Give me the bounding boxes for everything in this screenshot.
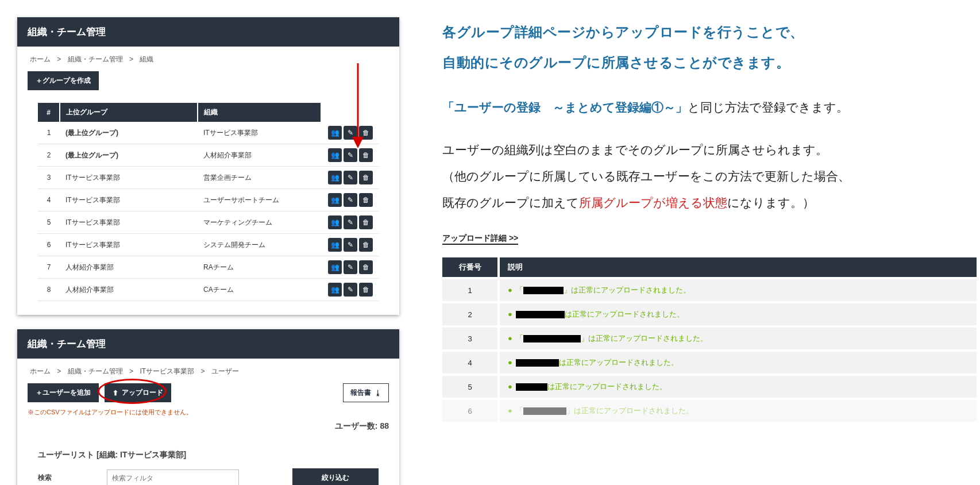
log-row: 4●は正常にアップロードされました。 [442, 352, 977, 374]
desc-line-4: ユーザーの組織列は空白のままでそのグループに所属させられます。 [442, 137, 977, 163]
log-row: 3●「」は正常にアップロードされました。 [442, 328, 977, 349]
table-row: 6ITサービス事業部システム開発チーム👥✎🗑 [38, 234, 379, 256]
th-index: # [38, 103, 60, 122]
table-row: 4ITサービス事業部ユーザーサポートチーム👥✎🗑 [38, 189, 379, 211]
table-row: 3ITサービス事業部営業企画チーム👥✎🗑 [38, 167, 379, 189]
trash-icon[interactable]: 🗑 [359, 126, 373, 140]
upload-detail-link[interactable]: アップロード詳細 >> [442, 233, 518, 245]
trash-icon[interactable]: 🗑 [359, 148, 373, 162]
users-icon[interactable]: 👥 [328, 283, 342, 297]
edit-icon[interactable]: ✎ [344, 260, 357, 274]
table-row: 8人材紹介事業部CAチーム👥✎🗑 [38, 279, 379, 301]
th-org: 組織 [198, 103, 321, 122]
trash-icon[interactable]: 🗑 [359, 171, 373, 184]
log-row: 1●「」は正常にアップロードされました。 [442, 279, 977, 301]
download-icon: ⭳ [375, 389, 381, 397]
users-icon[interactable]: 👥 [328, 238, 342, 252]
upload-button[interactable]: ⬆ アップロード [105, 383, 171, 402]
upload-icon: ⬆ [113, 389, 118, 397]
trash-icon[interactable]: 🗑 [359, 193, 373, 207]
breadcrumb-home[interactable]: ホーム [30, 55, 51, 63]
table-row: 2(最上位グループ)人材紹介事業部👥✎🗑 [38, 144, 379, 167]
search-input[interactable] [107, 469, 239, 486]
breadcrumb-2: ホーム > 組織・チーム管理 > ITサービス事業部 > ユーザー [28, 367, 389, 376]
panel1-title: 組織・チーム管理 [17, 17, 399, 47]
edit-icon[interactable]: ✎ [344, 171, 357, 184]
table-row: 7人材紹介事業部RAチーム👥✎🗑 [38, 256, 379, 279]
breadcrumb-org: 組織 [140, 55, 153, 63]
desc-line-5a: （他のグループに所属している既存ユーザーをこの方法で更新した場合、 [442, 163, 977, 190]
table-row: 1(最上位グループ)ITサービス事業部👥✎🗑 [38, 122, 379, 144]
breadcrumb: ホーム > 組織・チーム管理 > 組織 [28, 55, 389, 64]
org-table: # 上位グループ 組織 1(最上位グループ)ITサービス事業部👥✎🗑2(最上位グ… [38, 103, 379, 301]
log-row: 2●は正常にアップロードされました。 [442, 303, 977, 325]
edit-icon[interactable]: ✎ [344, 283, 357, 297]
users-icon[interactable]: 👥 [328, 193, 342, 207]
org-panel-1: 組織・チーム管理 ホーム > 組織・チーム管理 > 組織 ＋グループを作成 # … [17, 17, 399, 315]
desc-line-5b: 既存のグループに加えて所属グループが増える状態になります。） [442, 190, 977, 216]
desc-line-3: 「ユーザーの登録 ～まとめて登録編①～」と同じ方法で登録できます。 [442, 94, 977, 121]
user-count: ユーザー数: 88 [28, 421, 389, 432]
desc-blue-1: 各グループ詳細ページからアップロードを行うことで、 [442, 17, 977, 48]
edit-icon[interactable]: ✎ [344, 126, 357, 140]
users-icon[interactable]: 👥 [328, 215, 342, 229]
log-row: 5●は正常にアップロードされました。 [442, 376, 977, 398]
edit-icon[interactable]: ✎ [344, 148, 357, 162]
narrow-button[interactable]: 絞り込む [292, 468, 379, 485]
panel2-title: 組織・チーム管理 [17, 329, 399, 359]
users-icon[interactable]: 👥 [328, 171, 342, 184]
edit-icon[interactable]: ✎ [344, 193, 357, 207]
users-icon[interactable]: 👥 [328, 126, 342, 140]
trash-icon[interactable]: 🗑 [359, 215, 373, 229]
users-icon[interactable]: 👥 [328, 260, 342, 274]
log-row: 6●「」は正常にアップロードされました。 [442, 400, 977, 422]
table-row: 5ITサービス事業部マーケティングチーム👥✎🗑 [38, 211, 379, 234]
create-group-button[interactable]: ＋グループを作成 [28, 71, 99, 90]
trash-icon[interactable]: 🗑 [359, 283, 373, 297]
edit-icon[interactable]: ✎ [344, 215, 357, 229]
search-label: 検索 [38, 473, 107, 483]
csv-note: ※このCSVファイルはアップロードには使用できません。 [28, 408, 389, 417]
edit-icon[interactable]: ✎ [344, 238, 357, 252]
users-icon[interactable]: 👥 [328, 148, 342, 162]
upload-log-table: 行番号 説明 1●「」は正常にアップロードされました。2●は正常にアップロードさ… [442, 255, 977, 424]
desc-blue-2: 自動的にそのグループに所属させることができます。 [442, 48, 977, 78]
th-row-number: 行番号 [442, 257, 500, 277]
report-button[interactable]: 報告書 ⭳ [343, 383, 389, 402]
th-description: 説明 [500, 257, 977, 277]
trash-icon[interactable]: 🗑 [359, 238, 373, 252]
add-user-button[interactable]: ＋ユーザーを追加 [28, 383, 99, 402]
explanation-column: 各グループ詳細ページからアップロードを行うことで、 自動的にそのグループに所属さ… [442, 17, 977, 424]
th-parent: 上位グループ [60, 103, 198, 122]
breadcrumb-org-mgmt[interactable]: 組織・チーム管理 [68, 55, 123, 63]
trash-icon[interactable]: 🗑 [359, 260, 373, 274]
org-panel-2: 組織・チーム管理 ホーム > 組織・チーム管理 > ITサービス事業部 > ユー… [17, 329, 399, 485]
user-list-title: ユーザーリスト [組織: ITサービス事業部] [38, 450, 379, 460]
